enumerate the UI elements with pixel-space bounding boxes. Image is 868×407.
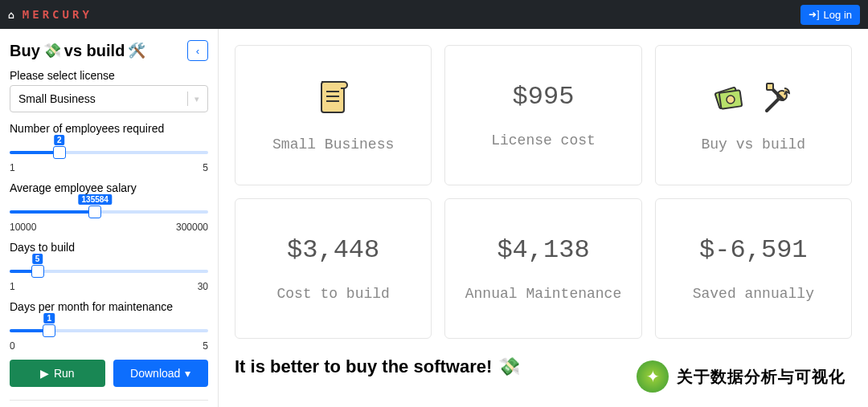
metric-value: $4,138 (497, 235, 589, 265)
download-label: Download (130, 367, 180, 380)
slider-2: Days to build5130 (10, 241, 208, 292)
home-icon: ⌂ (8, 9, 18, 21)
slider-max: 5 (203, 340, 208, 352)
run-button[interactable]: ▶ Run (10, 360, 105, 387)
login-button[interactable]: ➜] Log in (800, 5, 860, 25)
license-value: Small Business (18, 92, 96, 105)
metric-card-1: $995License cost (444, 45, 641, 185)
slider-value-bubble: 1 (44, 313, 55, 324)
slider-thumb[interactable] (43, 324, 55, 337)
slider-value-bubble: 135584 (79, 194, 112, 205)
download-button[interactable]: Download ▾ (113, 360, 209, 387)
slider-max: 300000 (176, 222, 208, 233)
slider-label: Average employee salary (10, 181, 208, 194)
slider-min: 1 (10, 162, 15, 173)
run-label: Run (54, 367, 75, 380)
tools-emoji-icon: 🛠️ (128, 42, 145, 59)
slider-label: Days to build (10, 241, 208, 254)
sidebar: Buy 💸 vs build 🛠️ ‹ Please select licens… (0, 29, 219, 407)
page-title: Buy 💸 vs build 🛠️ (10, 42, 145, 60)
slider-max: 30 (198, 281, 208, 292)
slider-0: Number of employees required215 (10, 122, 208, 173)
main-content: Small Business$995License costBuy vs bui… (219, 29, 868, 407)
collapse-sidebar-button[interactable]: ‹ (187, 40, 208, 61)
license-select[interactable]: Small Business ▾ (10, 85, 208, 112)
brand-text: MERCURY (23, 8, 92, 21)
metric-card-2: Buy vs build (655, 45, 852, 185)
slider-thumb[interactable] (31, 265, 44, 278)
slider-track[interactable]: 1 (10, 318, 208, 339)
metric-label: Small Business (272, 136, 394, 153)
money-emoji-icon: 💸 (498, 356, 520, 377)
slider-thumb[interactable] (88, 206, 101, 218)
slider-max: 5 (203, 162, 208, 173)
slider-value-bubble: 2 (54, 135, 65, 145)
slider-min: 0 (10, 340, 15, 352)
metric-label: Buy vs build (702, 136, 806, 153)
navbar: ⌂ MERCURY ➜] Log in (0, 0, 868, 29)
metric-value: $3,448 (287, 235, 379, 265)
slider-track[interactable]: 2 (10, 140, 208, 161)
slider-track[interactable]: 5 (10, 258, 208, 279)
login-label: Log in (824, 9, 852, 21)
slider-min: 1 (10, 281, 15, 292)
metric-label: Saved annually (693, 286, 814, 302)
wechat-icon: ✦ (637, 360, 669, 393)
money-emoji-icon: 💸 (43, 42, 61, 59)
slider-3: Days per month for maintenance105 (10, 300, 208, 352)
slider-1: Average employee salary13558410000300000 (10, 181, 208, 233)
metric-card-5: $-6,591Saved annually (655, 198, 852, 339)
divider (10, 400, 208, 401)
slider-label: Number of employees required (10, 122, 208, 135)
metric-value: $995 (513, 82, 575, 112)
metric-value: $-6,591 (699, 235, 807, 265)
caret-down-icon: ▾ (185, 367, 190, 380)
metric-card-3: $3,448Cost to build (235, 198, 432, 339)
watermark-text: 关于数据分析与可视化 (677, 366, 845, 388)
slider-value-bubble: 5 (32, 254, 43, 264)
metric-label: Annual Maintenance (465, 286, 621, 302)
slider-thumb[interactable] (53, 146, 66, 159)
scroll-icon (315, 79, 352, 116)
metric-card-0: Small Business (235, 45, 432, 185)
buy-vs-build-icon (710, 79, 796, 116)
metric-label: License cost (491, 132, 596, 149)
metric-card-4: $4,138Annual Maintenance (444, 198, 641, 339)
watermark-badge: ✦ 关于数据分析与可视化 (632, 356, 855, 397)
license-label: Please select license (10, 69, 208, 82)
slider-track[interactable]: 135584 (10, 199, 208, 220)
metric-label: Cost to build (276, 286, 389, 302)
slider-min: 10000 (10, 222, 36, 233)
chevron-left-icon: ‹ (196, 45, 199, 57)
slider-label: Days per month for maintenance (10, 300, 208, 313)
brand[interactable]: ⌂ MERCURY (8, 8, 92, 21)
login-icon: ➜] (809, 9, 819, 20)
chevron-down-icon: ▾ (194, 94, 199, 104)
play-icon: ▶ (40, 367, 49, 380)
